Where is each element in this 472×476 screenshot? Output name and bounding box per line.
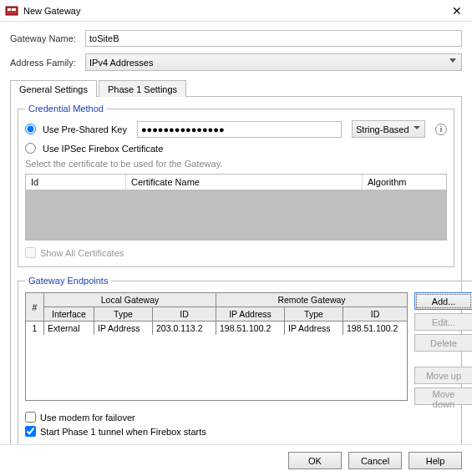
psk-input[interactable] [137,121,342,138]
chevron-down-icon [414,126,420,129]
cell-local-id: 203.0.113.2 [153,322,216,335]
ok-button[interactable]: OK [288,452,342,469]
cell-remote-ip: 198.51.100.2 [216,322,285,335]
tabs: General Settings Phase 1 Settings [10,79,462,97]
cert-col-name: Certificate Name [126,175,363,190]
close-icon[interactable]: ✕ [447,4,467,18]
psk-mode-value: String-Based [356,124,409,134]
show-all-certs-checkbox[interactable] [25,247,36,258]
chevron-down-icon [449,58,456,63]
gateway-name-label: Gateway Name: [10,33,85,43]
titlebar: New Gateway ✕ [0,0,472,22]
col-local-type-header: Type [94,307,153,322]
use-cert-label: Use IPSec Firebox Certificate [43,144,163,154]
cell-remote-type: IP Address [285,322,343,335]
start-phase1-checkbox[interactable] [25,426,36,437]
show-all-certs-label: Show All Certificates [40,248,124,258]
info-icon[interactable]: i [435,124,447,135]
col-remote-ip-header: IP Address [216,307,285,322]
use-cert-radio[interactable] [25,143,36,154]
svg-rect-2 [12,8,16,11]
start-phase1-label: Start Phase 1 tunnel when Firebox starts [40,427,206,437]
cert-table: Id Certificate Name Algorithm [25,174,447,241]
tab-general-settings[interactable]: General Settings [10,80,97,97]
credential-method-fieldset: Credential Method Use Pre-Shared Key Str… [18,104,454,267]
cell-local-type: IP Address [94,322,153,335]
credential-method-legend: Credential Method [25,104,107,114]
gateway-endpoints-legend: Gateway Endpoints [25,276,111,286]
tab-phase1-settings[interactable]: Phase 1 Settings [99,80,186,97]
col-num-header: # [26,293,44,322]
col-remote-type-header: Type [285,307,343,322]
address-family-label: Address Family: [10,58,85,68]
delete-button[interactable]: Delete [414,334,472,352]
use-psk-radio[interactable] [25,124,36,134]
col-interface-header: Interface [44,307,94,322]
psk-mode-select[interactable]: String-Based [352,120,425,138]
modem-failover-label: Use modem for failover [40,413,135,423]
cancel-button[interactable]: Cancel [348,452,402,469]
cert-col-alg: Algorithm [363,175,446,190]
endpoints-table[interactable]: # Local Gateway Remote Gateway Interface… [25,292,408,401]
use-psk-label: Use Pre-Shared Key [43,124,127,134]
gateway-endpoints-fieldset: Gateway Endpoints # Local Gateway Remote… [18,276,472,446]
move-up-button[interactable]: Move up [414,367,472,384]
footer: OK Cancel Help [0,444,472,476]
move-down-button[interactable]: Move down [414,387,472,405]
gateway-name-input[interactable] [85,30,462,47]
col-remote-id-header: ID [343,307,407,322]
col-local-id-header: ID [153,307,216,322]
cell-interface: External [44,322,94,335]
window-title: New Gateway [23,6,447,16]
address-family-select[interactable]: IPv4 Addresses [85,53,462,71]
edit-button[interactable]: Edit... [414,313,472,331]
add-button[interactable]: Add... [414,292,472,310]
modem-failover-checkbox[interactable] [25,412,36,423]
cert-col-id: Id [26,175,126,190]
help-button[interactable]: Help [409,452,462,469]
svg-rect-1 [8,8,11,11]
table-row[interactable]: 1 External IP Address 203.0.113.2 198.51… [26,322,407,335]
cell-num: 1 [26,322,44,335]
group-local-header: Local Gateway [44,293,216,307]
app-icon [5,4,18,18]
cert-hint: Select the certificate to be used for th… [25,159,447,169]
address-family-value: IPv4 Addresses [89,58,153,68]
cell-remote-id: 198.51.100.2 [343,322,407,335]
group-remote-header: Remote Gateway [216,293,407,307]
